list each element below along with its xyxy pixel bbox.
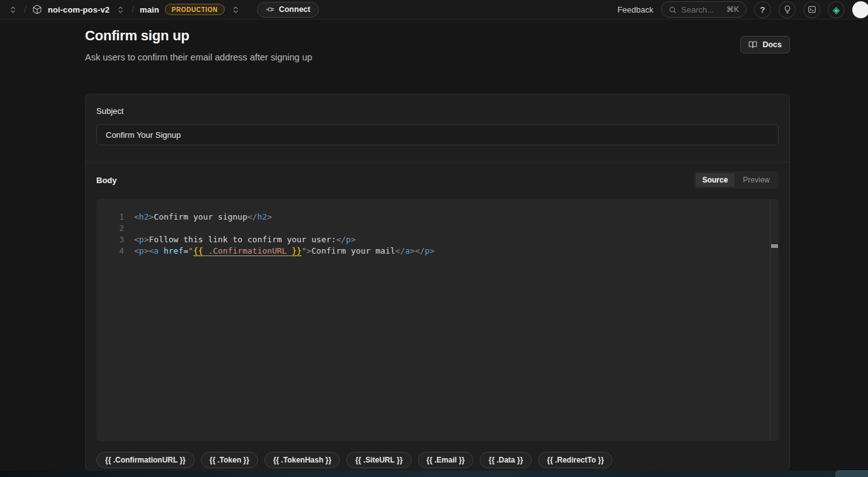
search-placeholder: Search...	[681, 5, 722, 14]
bottom-strip-pill	[835, 470, 868, 477]
assistant-button[interactable]: ◈	[828, 1, 845, 18]
bottom-strip	[0, 471, 868, 477]
cli-button[interactable]	[803, 1, 820, 18]
project-name[interactable]: noi-com-pos-v2	[48, 5, 110, 14]
whats-new-button[interactable]	[779, 1, 796, 18]
line-code: <p>Follow this link to confirm your user…	[134, 234, 356, 245]
page-title: Confirm sign up	[85, 28, 312, 44]
org-switcher-chevron-icon[interactable]	[8, 4, 18, 15]
terminal-icon	[808, 5, 816, 14]
help-icon: ?	[760, 5, 765, 14]
variable-chip[interactable]: {{ .Email }}	[418, 452, 474, 468]
subject-label: Subject	[96, 106, 779, 116]
help-button[interactable]: ?	[754, 1, 771, 18]
docs-button[interactable]: Docs	[740, 36, 790, 53]
assistant-diamond-icon: ◈	[833, 5, 840, 14]
branch-name[interactable]: main	[140, 5, 159, 14]
user-avatar[interactable]	[852, 1, 868, 18]
line-code: <h2>Confirm your signup</h2>	[134, 211, 272, 223]
breadcrumb-separator: /	[132, 4, 134, 14]
plug-icon	[266, 5, 274, 14]
editor-scrollbar-mark	[771, 244, 778, 248]
variable-chips: {{ .ConfirmationURL }}{{ .Token }}{{ .To…	[96, 452, 779, 468]
search-shortcut: ⌘K	[726, 5, 739, 14]
breadcrumb: / noi-com-pos-v2 / main PRODUCTION Conne…	[8, 2, 319, 18]
topbar: / noi-com-pos-v2 / main PRODUCTION Conne…	[0, 0, 868, 20]
tab-source[interactable]: Source	[696, 173, 735, 187]
book-icon	[748, 40, 757, 49]
breadcrumb-separator: /	[24, 4, 26, 14]
editor-line[interactable]: 3<p>Follow this link to confirm your use…	[96, 234, 779, 245]
body-section: Body SourcePreview 1<h2>Confirm your sig…	[86, 171, 789, 468]
lightbulb-icon	[783, 5, 792, 14]
body-view-tabs: SourcePreview	[694, 171, 779, 189]
line-number: 2	[96, 223, 124, 234]
page-subtitle: Ask users to confirm their email address…	[85, 52, 312, 62]
line-number: 3	[96, 234, 124, 245]
variable-chip[interactable]: {{ .RedirectTo }}	[538, 452, 612, 468]
variable-chip[interactable]: {{ .SiteURL }}	[346, 452, 411, 468]
variable-chip[interactable]: {{ .TokenHash }}	[264, 452, 340, 468]
connect-button[interactable]: Connect	[257, 2, 319, 18]
editor-scrollbar[interactable]	[770, 199, 779, 441]
search-input[interactable]: Search... ⌘K	[661, 1, 747, 18]
variable-chip[interactable]: {{ .Data }}	[480, 452, 532, 468]
variable-chip[interactable]: {{ .Token }}	[201, 452, 258, 468]
line-number: 4	[96, 245, 124, 257]
editor-line[interactable]: 4<p><a href="{{ .ConfirmationURL }}">Con…	[96, 245, 779, 257]
feedback-button[interactable]: Feedback	[617, 5, 653, 14]
email-template-card: Subject Body SourcePreview 1<h2>Confirm …	[85, 94, 790, 471]
code-editor-lines: 1<h2>Confirm your signup</h2>23<p>Follow…	[96, 199, 779, 257]
variable-chip[interactable]: {{ .ConfirmationURL }}	[96, 452, 194, 468]
subject-input[interactable]	[96, 124, 779, 145]
editor-line[interactable]: 1<h2>Confirm your signup</h2>	[96, 211, 779, 223]
project-box-icon	[32, 4, 42, 14]
code-editor[interactable]: 1<h2>Confirm your signup</h2>23<p>Follow…	[96, 199, 779, 441]
body-label: Body	[96, 176, 117, 185]
branch-switcher-chevron-icon[interactable]	[230, 4, 241, 15]
tab-preview[interactable]: Preview	[736, 173, 777, 187]
docs-button-label: Docs	[762, 40, 782, 49]
line-number: 1	[96, 211, 124, 223]
subject-section: Subject	[86, 94, 789, 162]
project-switcher-chevron-icon[interactable]	[115, 4, 126, 15]
editor-line[interactable]: 2	[96, 223, 779, 234]
connect-button-label: Connect	[279, 5, 310, 14]
search-icon	[668, 6, 677, 14]
line-code: <p><a href="{{ .ConfirmationURL }}">Conf…	[134, 245, 434, 257]
environment-badge: PRODUCTION	[165, 4, 225, 15]
page-header: Confirm sign up Ask users to confirm the…	[0, 20, 868, 62]
